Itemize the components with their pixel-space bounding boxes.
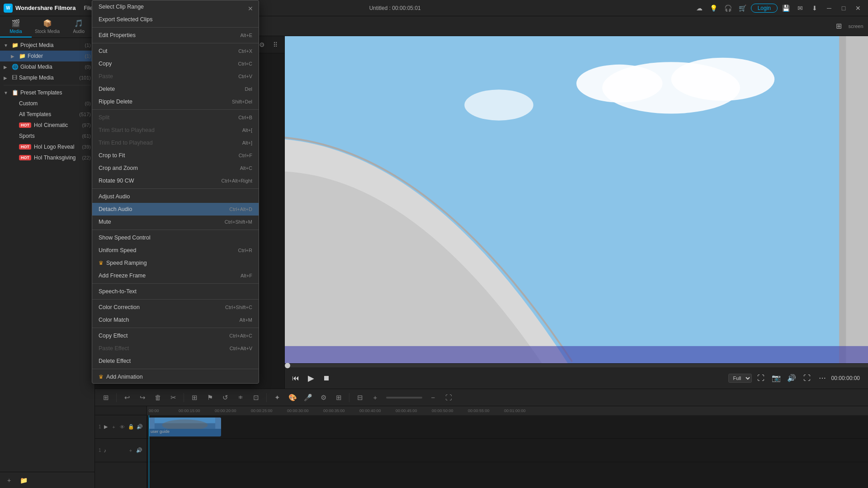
ctx-copy-effect-label: Copy Effect bbox=[99, 333, 229, 339]
ctx-speech-to-text-label: Speech-to-Text bbox=[99, 288, 252, 295]
ctx-edit-properties[interactable]: Edit Properties Alt+E bbox=[92, 29, 259, 42]
ctx-separator-9 bbox=[92, 369, 259, 369]
ctx-color-match-label: Color Match bbox=[99, 317, 240, 323]
ctx-crop-and-zoom-label: Crop and Zoom bbox=[99, 165, 240, 171]
ctx-copy-label: Copy bbox=[99, 61, 238, 67]
ctx-detach-audio-shortcut: Ctrl+Alt+D bbox=[229, 206, 252, 212]
ctx-speed-ramping[interactable]: ♛ Speed Ramping bbox=[92, 257, 259, 269]
ctx-separator-5 bbox=[92, 230, 259, 230]
ctx-crop-to-fit-label: Crop to Fit bbox=[99, 152, 239, 159]
context-menu: ✕ Select Clip Range Export Selected Clip… bbox=[92, 0, 259, 384]
context-menu-close[interactable]: ✕ bbox=[246, 4, 255, 13]
ctx-uniform-speed-label: Uniform Speed bbox=[99, 247, 238, 253]
ctx-uniform-speed[interactable]: Uniform Speed Ctrl+R bbox=[92, 244, 259, 257]
ctx-add-freeze-frame[interactable]: Add Freeze Frame Alt+F bbox=[92, 269, 259, 282]
add-animation-crown-icon: ♛ bbox=[99, 374, 104, 380]
ctx-separator-4 bbox=[92, 188, 259, 189]
speed-ramping-crown-icon: ♛ bbox=[99, 260, 104, 266]
ctx-trim-end-shortcut: Alt+] bbox=[242, 140, 252, 145]
ctx-separator-2 bbox=[92, 43, 259, 43]
ctx-freeze-frame-shortcut: Alt+F bbox=[241, 273, 252, 278]
ctx-separator-8 bbox=[92, 328, 259, 328]
ctx-rotate-90-label: Rotate 90 CW bbox=[99, 178, 222, 184]
ctx-delete-shortcut: Del bbox=[245, 86, 252, 92]
ctx-crop-and-zoom[interactable]: Crop and Zoom Alt+C bbox=[92, 162, 259, 174]
ctx-paste-effect-shortcut: Ctrl+Alt+V bbox=[230, 346, 252, 351]
ctx-paste: Paste Ctrl+V bbox=[92, 70, 259, 83]
ctx-crop-to-fit-shortcut: Ctrl+F bbox=[239, 153, 252, 158]
ctx-ripple-delete-shortcut: Shift+Del bbox=[232, 99, 252, 104]
ctx-rotate-90-shortcut: Ctrl+Alt+Right bbox=[222, 178, 252, 183]
ctx-edit-properties-shortcut: Alt+E bbox=[240, 33, 252, 38]
ctx-speed-ramping-label: Speed Ramping bbox=[106, 260, 252, 266]
ctx-separator-7 bbox=[92, 299, 259, 300]
ctx-copy-shortcut: Ctrl+C bbox=[238, 61, 252, 66]
ctx-cut-label: Cut bbox=[99, 48, 238, 54]
ctx-paste-effect-label: Paste Effect bbox=[99, 345, 230, 352]
ctx-separator-3 bbox=[92, 109, 259, 110]
ctx-rotate-90[interactable]: Rotate 90 CW Ctrl+Alt+Right bbox=[92, 174, 259, 187]
ctx-trim-start-label: Trim Start to Playhead bbox=[99, 127, 242, 133]
ctx-show-speed-label: Show Speed Control bbox=[99, 235, 252, 241]
ctx-color-correction[interactable]: Color Correction Ctrl+Shift+C bbox=[92, 301, 259, 314]
ctx-mute-shortcut: Ctrl+Shift+M bbox=[225, 219, 252, 225]
ctx-mute-label: Mute bbox=[99, 219, 225, 225]
ctx-cut-shortcut: Ctrl+X bbox=[238, 48, 252, 54]
ctx-trim-end-label: Trim End to Playhead bbox=[99, 140, 242, 146]
ctx-trim-start: Trim Start to Playhead Alt+[ bbox=[92, 124, 259, 136]
ctx-adjust-audio-label: Adjust Audio bbox=[99, 193, 252, 200]
ctx-detach-audio-label: Detach Audio bbox=[99, 206, 229, 212]
ctx-select-clip-range[interactable]: Select Clip Range bbox=[92, 0, 259, 13]
ctx-select-clip-range-label: Select Clip Range bbox=[99, 4, 252, 10]
ctx-color-match[interactable]: Color Match Alt+M bbox=[92, 314, 259, 326]
ctx-copy-effect[interactable]: Copy Effect Ctrl+Alt+C bbox=[92, 329, 259, 342]
ctx-delete[interactable]: Delete Del bbox=[92, 83, 259, 95]
ctx-export-selected-clips[interactable]: Export Selected Clips bbox=[92, 13, 259, 26]
ctx-detach-audio[interactable]: Detach Audio Ctrl+Alt+D bbox=[92, 203, 259, 216]
ctx-trim-start-shortcut: Alt+[ bbox=[242, 127, 252, 133]
ctx-show-speed-control[interactable]: Show Speed Control bbox=[92, 231, 259, 244]
ctx-delete-effect-label: Delete Effect bbox=[99, 358, 252, 364]
ctx-split-shortcut: Ctrl+B bbox=[238, 115, 252, 120]
ctx-mute[interactable]: Mute Ctrl+Shift+M bbox=[92, 216, 259, 228]
ctx-adjust-audio[interactable]: Adjust Audio bbox=[92, 190, 259, 203]
ctx-delete-effect[interactable]: Delete Effect bbox=[92, 355, 259, 367]
ctx-paste-shortcut: Ctrl+V bbox=[238, 74, 252, 79]
ctx-trim-end: Trim End to Playhead Alt+] bbox=[92, 136, 259, 149]
ctx-crop-and-zoom-shortcut: Alt+C bbox=[240, 165, 252, 171]
ctx-ripple-delete[interactable]: Ripple Delete Shift+Del bbox=[92, 95, 259, 108]
ctx-add-animation[interactable]: ♛ Add Animation bbox=[92, 371, 259, 383]
ctx-delete-label: Delete bbox=[99, 86, 245, 92]
ctx-color-correction-label: Color Correction bbox=[99, 304, 225, 310]
ctx-uniform-speed-shortcut: Ctrl+R bbox=[238, 248, 252, 253]
ctx-split-label: Split bbox=[99, 114, 238, 121]
ctx-color-match-shortcut: Alt+M bbox=[240, 317, 252, 323]
ctx-separator-1 bbox=[92, 27, 259, 28]
ctx-separator-6 bbox=[92, 283, 259, 284]
ctx-crop-to-fit[interactable]: Crop to Fit Ctrl+F bbox=[92, 149, 259, 162]
ctx-export-clips-label: Export Selected Clips bbox=[99, 16, 252, 23]
ctx-edit-properties-label: Edit Properties bbox=[99, 32, 240, 38]
ctx-add-animation-label: Add Animation bbox=[106, 374, 252, 380]
ctx-ripple-delete-label: Ripple Delete bbox=[99, 99, 232, 105]
ctx-paste-effect: Paste Effect Ctrl+Alt+V bbox=[92, 342, 259, 355]
ctx-split: Split Ctrl+B bbox=[92, 111, 259, 124]
ctx-speech-to-text[interactable]: Speech-to-Text bbox=[92, 285, 259, 298]
ctx-paste-label: Paste bbox=[99, 73, 238, 80]
ctx-cut[interactable]: Cut Ctrl+X bbox=[92, 45, 259, 57]
ctx-copy-effect-shortcut: Ctrl+Alt+C bbox=[229, 333, 252, 338]
ctx-copy[interactable]: Copy Ctrl+C bbox=[92, 57, 259, 70]
ctx-color-correction-shortcut: Ctrl+Shift+C bbox=[225, 305, 252, 310]
ctx-freeze-frame-label: Add Freeze Frame bbox=[99, 272, 241, 279]
